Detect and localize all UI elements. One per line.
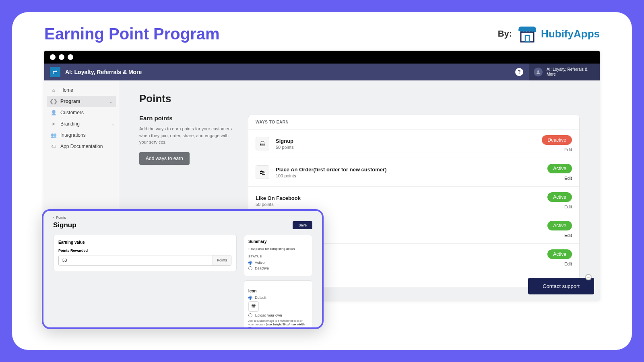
nav-label: Home bbox=[60, 87, 73, 93]
avatar-icon bbox=[534, 68, 543, 76]
nav-label: Program bbox=[60, 99, 80, 104]
edit-link[interactable]: Edit bbox=[547, 261, 572, 266]
earn-heading: Earn points bbox=[139, 115, 236, 121]
detail-title: Signup bbox=[53, 221, 76, 229]
earn-description: Add the ways to earn points for your cus… bbox=[139, 125, 236, 146]
earning-value-label: Earning value bbox=[58, 240, 231, 245]
nav-branding[interactable]: ➤ Branding ⌄ bbox=[44, 118, 119, 130]
earn-points: 50 points bbox=[256, 202, 541, 207]
summary-heading: Summary bbox=[248, 239, 308, 244]
status-deactive-radio[interactable]: Deactive bbox=[248, 266, 308, 270]
chevron-down-icon: ⌄ bbox=[109, 99, 112, 104]
svg-point-2 bbox=[537, 70, 539, 72]
app-title: AI: Loyalty, Referrals & More bbox=[65, 69, 510, 75]
window-dot bbox=[50, 54, 56, 60]
edit-link[interactable]: Edit bbox=[542, 147, 572, 152]
earn-row-order[interactable]: 🛍 Place An Order(first order for new cus… bbox=[248, 158, 579, 186]
page-title: Points bbox=[139, 93, 580, 105]
earn-title: Like On Facebook bbox=[256, 195, 541, 201]
nav-label: Branding bbox=[60, 121, 80, 127]
storefront-icon bbox=[517, 24, 538, 43]
svg-rect-1 bbox=[525, 35, 529, 42]
summary-bullet: •50 points for completing action bbox=[248, 247, 308, 251]
nav-customers[interactable]: 👤 Customers bbox=[44, 107, 119, 118]
window-dot bbox=[59, 54, 64, 60]
brand-text: HubifyApps bbox=[541, 28, 600, 40]
status-badge: Active bbox=[547, 249, 572, 259]
brand-logo: HubifyApps bbox=[517, 24, 600, 43]
nav-label: App Documentation bbox=[60, 144, 103, 149]
earn-points: 50 points bbox=[276, 145, 535, 150]
points-suffix: Points bbox=[213, 255, 231, 265]
status-badge: Active bbox=[547, 164, 572, 173]
nav-integrations[interactable]: 👥 Integrations bbox=[44, 130, 119, 141]
tag-icon: 🏷 bbox=[51, 144, 56, 149]
status-heading: STATUS bbox=[248, 255, 308, 258]
status-badge: Active bbox=[547, 221, 572, 230]
earn-row-signup[interactable]: 🏛 Signup 50 points Deactive Edit bbox=[248, 129, 579, 158]
send-icon: ➤ bbox=[51, 121, 56, 127]
edit-link[interactable]: Edit bbox=[547, 204, 572, 209]
help-icon[interactable]: ? bbox=[515, 68, 523, 76]
minimize-icon: – bbox=[585, 274, 592, 280]
icon-default-radio[interactable]: Default bbox=[248, 296, 308, 300]
contact-label: Contact support bbox=[543, 283, 580, 289]
add-ways-button[interactable]: Add ways to earn bbox=[139, 152, 190, 165]
back-link[interactable]: ‹ Points bbox=[53, 216, 312, 220]
window-title-bar bbox=[44, 51, 600, 64]
nav-docs[interactable]: 🏷 App Documentation bbox=[44, 141, 119, 152]
slide-title: Earning Point Program bbox=[44, 25, 220, 43]
user-icon: 👤 bbox=[51, 110, 56, 115]
points-input[interactable] bbox=[59, 255, 213, 265]
earn-title: Signup bbox=[276, 138, 535, 144]
storefront-icon: 🏛 bbox=[256, 137, 269, 150]
earn-title: Place An Order(first order for new custo… bbox=[276, 167, 541, 173]
icon-preview: 🏛 bbox=[248, 301, 259, 312]
status-badge: Deactive bbox=[542, 135, 572, 145]
edit-link[interactable]: Edit bbox=[547, 176, 572, 181]
signup-detail-panel: ‹ Points Signup Save Earning value Point… bbox=[42, 209, 324, 329]
nav-label: Customers bbox=[60, 110, 84, 115]
bag-icon: 🛍 bbox=[256, 165, 269, 179]
icon-upload-radio[interactable]: Upload your own bbox=[248, 313, 308, 317]
icon-heading: Icon bbox=[248, 289, 308, 293]
back-label: Points bbox=[56, 216, 66, 220]
user-menu[interactable]: AI: Loyalty, Referrals & More bbox=[529, 64, 600, 80]
home-icon: ⌂ bbox=[51, 87, 56, 93]
chevron-left-icon: ‹ bbox=[53, 216, 54, 220]
nav-label: Integrations bbox=[60, 132, 86, 138]
panel-heading: WAYS TO EARN bbox=[248, 115, 579, 129]
status-badge: Active bbox=[547, 192, 572, 202]
brand-byline: By: HubifyApps bbox=[498, 24, 600, 43]
chevron-down-icon: ⌄ bbox=[111, 122, 115, 126]
svg-rect-0 bbox=[521, 32, 534, 42]
people-icon: 👥 bbox=[51, 132, 56, 138]
app-logo-icon: ⇄ bbox=[50, 67, 60, 77]
user-name: AI: Loyalty, Referrals & More bbox=[547, 67, 595, 77]
window-dot bbox=[68, 54, 73, 60]
code-icon: ❮❯ bbox=[51, 99, 56, 104]
icon-help-text: Add a custom image to enhance the look o… bbox=[248, 319, 308, 329]
edit-link[interactable]: Edit bbox=[547, 233, 572, 238]
save-button[interactable]: Save bbox=[293, 221, 312, 229]
contact-support-button[interactable]: – Contact support bbox=[528, 278, 594, 294]
points-rewarded-label: Points Rewarded bbox=[58, 249, 231, 253]
nav-home[interactable]: ⌂ Home bbox=[44, 84, 119, 96]
nav-program[interactable]: ❮❯ Program ⌄ bbox=[47, 96, 116, 107]
status-active-radio[interactable]: Active bbox=[248, 261, 308, 265]
earn-points: 100 points bbox=[276, 173, 541, 178]
by-label: By: bbox=[498, 29, 512, 39]
